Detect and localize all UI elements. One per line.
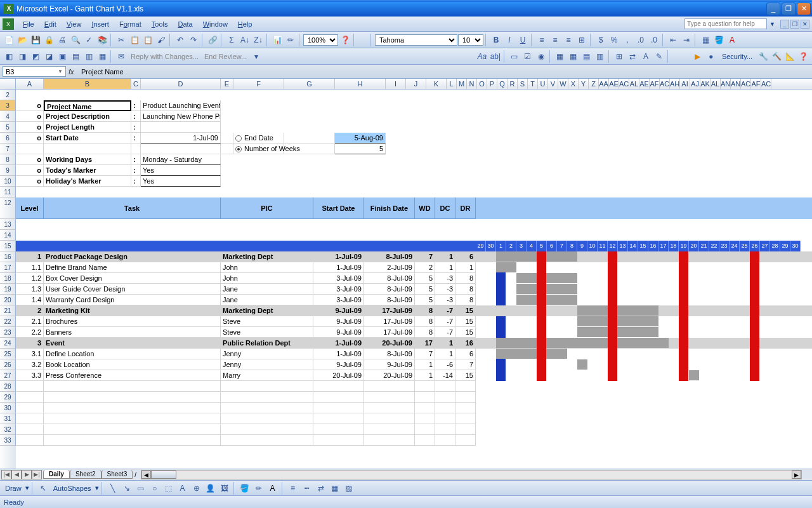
row-14[interactable]: 14 bbox=[0, 230, 16, 241]
row-5[interactable]: 5 bbox=[0, 122, 16, 133]
align-right-icon[interactable]: ≡ bbox=[562, 34, 575, 46]
formula-text[interactable]: Project Name bbox=[81, 68, 809, 76]
autoshapes-menu[interactable]: AutoShapes bbox=[51, 485, 94, 492]
rect-icon[interactable]: ▭ bbox=[134, 482, 147, 495]
cell-C10[interactable]: : bbox=[131, 176, 141, 187]
col-N[interactable]: N bbox=[467, 79, 477, 89]
cell-lvl-17[interactable]: 1.1 bbox=[16, 262, 44, 273]
cell-start-27[interactable]: 20-Jul-09 bbox=[313, 370, 364, 381]
cell-dc-21[interactable]: -7 bbox=[435, 305, 455, 316]
cell-pic-26[interactable]: Jenny bbox=[221, 359, 313, 370]
format-painter-icon[interactable]: 🖌 bbox=[155, 34, 167, 46]
col-P[interactable]: P bbox=[487, 79, 497, 89]
cell-pic-25[interactable]: Jenny bbox=[221, 349, 313, 359]
sheet-tab-daily[interactable]: Daily bbox=[43, 470, 70, 479]
cell-wd-25[interactable]: 7 bbox=[415, 349, 435, 359]
tb2-d-icon[interactable]: ◪ bbox=[43, 50, 55, 63]
scroll-thumb[interactable] bbox=[151, 471, 176, 479]
row-6[interactable]: 6 bbox=[0, 133, 16, 144]
cell-A4[interactable]: o bbox=[16, 111, 44, 122]
dec-decimal-icon[interactable]: .0 bbox=[648, 34, 660, 46]
fontcolor2-icon[interactable]: A bbox=[266, 482, 279, 495]
oval-icon[interactable]: ○ bbox=[148, 482, 161, 495]
cell-A9[interactable]: o bbox=[16, 165, 44, 176]
dashstyle-icon[interactable]: ┅ bbox=[301, 482, 313, 495]
permission-icon[interactable]: 🔒 bbox=[43, 34, 55, 46]
cell-dc-25[interactable]: 1 bbox=[435, 349, 455, 359]
select-icon[interactable]: ↖ bbox=[37, 482, 49, 495]
cell-dr-21[interactable]: 15 bbox=[455, 305, 476, 316]
horizontal-scrollbar[interactable]: ◀ ▶ bbox=[141, 470, 802, 479]
cell-wd-21[interactable]: 8 bbox=[415, 305, 435, 316]
hdr-dc[interactable]: DC bbox=[435, 197, 455, 219]
copy-icon[interactable]: 📋 bbox=[128, 34, 141, 46]
undo-icon[interactable]: ↶ bbox=[174, 34, 187, 46]
cell-pic-16[interactable]: Marketing Dept bbox=[221, 251, 313, 262]
cell-dc-23[interactable]: -7 bbox=[435, 327, 455, 338]
hdr-task[interactable]: Task bbox=[44, 197, 221, 219]
tb3-j-icon[interactable]: ⊞ bbox=[613, 50, 625, 63]
cell-finish-24[interactable]: 20-Jul-09 bbox=[364, 338, 415, 349]
cell-task-20[interactable]: Warranty Card Design bbox=[44, 295, 221, 305]
tb3-f-icon[interactable]: ▦ bbox=[554, 50, 566, 63]
align-center-icon[interactable]: ≡ bbox=[549, 34, 561, 46]
tb4-d-icon[interactable]: ❓ bbox=[797, 50, 809, 63]
cell-finish-20[interactable]: 8-Jul-09 bbox=[364, 295, 415, 305]
drawing-icon[interactable]: ✏ bbox=[284, 34, 297, 46]
tb2-f-icon[interactable]: ▤ bbox=[69, 50, 82, 63]
research-icon[interactable]: 📚 bbox=[96, 34, 108, 46]
row-31[interactable]: 31 bbox=[0, 413, 16, 424]
cell-lvl-21[interactable]: 2 bbox=[16, 305, 44, 316]
tab-prev-icon[interactable]: ◀ bbox=[11, 470, 22, 479]
redo-icon[interactable]: ↷ bbox=[187, 34, 200, 46]
cell-task-25[interactable]: Define Location bbox=[44, 349, 221, 359]
col-AI[interactable]: AI bbox=[680, 79, 690, 89]
row-8[interactable]: 8 bbox=[0, 154, 16, 165]
cell-finish-18[interactable]: 8-Jul-09 bbox=[364, 273, 415, 284]
cell-C3[interactable]: : bbox=[131, 100, 141, 111]
menu-insert[interactable]: Insert bbox=[86, 18, 114, 30]
help-dropdown-icon[interactable]: ▼ bbox=[769, 21, 775, 27]
row-24[interactable]: 24 bbox=[0, 338, 16, 349]
tb2-g-icon[interactable]: ▥ bbox=[82, 50, 95, 63]
inc-decimal-icon[interactable]: .0 bbox=[634, 34, 647, 46]
linecolor-icon[interactable]: ✏ bbox=[252, 482, 265, 495]
tb3-k-icon[interactable]: ⇄ bbox=[626, 50, 639, 63]
cell-start-18[interactable]: 3-Jul-09 bbox=[313, 273, 364, 284]
cell-dc-27[interactable]: -14 bbox=[435, 370, 455, 381]
dec-indent-icon[interactable]: ⇤ bbox=[667, 34, 679, 46]
open-icon[interactable]: 📂 bbox=[16, 34, 29, 46]
cell-B8[interactable]: Working Days bbox=[44, 154, 131, 165]
row-2[interactable]: 2 bbox=[0, 90, 16, 100]
hdr-start[interactable]: Start Date bbox=[313, 197, 364, 219]
row-22[interactable]: 22 bbox=[0, 316, 16, 327]
row-21[interactable]: 21 bbox=[0, 305, 16, 316]
cell-task-17[interactable]: Define Brand Name bbox=[44, 262, 221, 273]
row-9[interactable]: 9 bbox=[0, 165, 16, 176]
col-R[interactable]: R bbox=[508, 79, 518, 89]
row-18[interactable]: 18 bbox=[0, 273, 16, 284]
row-33[interactable]: 33 bbox=[0, 435, 16, 446]
tb3-b-icon[interactable]: ab| bbox=[489, 50, 502, 63]
scroll-right-icon[interactable]: ▶ bbox=[792, 471, 801, 479]
currency-icon[interactable]: $ bbox=[594, 34, 607, 46]
col-Z[interactable]: Z bbox=[589, 79, 599, 89]
cell-pic-19[interactable]: Jane bbox=[221, 284, 313, 295]
cell-B3[interactable]: Project Name bbox=[44, 100, 131, 111]
col-J[interactable]: J bbox=[406, 79, 426, 89]
cell-lvl-23[interactable]: 2.2 bbox=[16, 327, 44, 338]
cell-B4[interactable]: Project Description bbox=[44, 111, 131, 122]
cell-dr-16[interactable]: 6 bbox=[455, 251, 476, 262]
tb3-g-icon[interactable]: ▦ bbox=[567, 50, 580, 63]
cell-wd-16[interactable]: 7 bbox=[415, 251, 435, 262]
cell-start-23[interactable]: 9-Jul-09 bbox=[313, 327, 364, 338]
fill-color-icon[interactable]: 🪣 bbox=[712, 34, 725, 46]
close-button[interactable]: ✕ bbox=[797, 3, 811, 15]
col-X[interactable]: X bbox=[568, 79, 579, 89]
sort-asc-icon[interactable]: A↓ bbox=[239, 34, 251, 46]
cell-lvl-16[interactable]: 1 bbox=[16, 251, 44, 262]
select-all-corner[interactable] bbox=[0, 79, 16, 89]
cell-dr-20[interactable]: 8 bbox=[455, 295, 476, 305]
cell-task-22[interactable]: Brochures bbox=[44, 316, 221, 327]
fillcolor2-icon[interactable]: 🪣 bbox=[239, 482, 251, 495]
